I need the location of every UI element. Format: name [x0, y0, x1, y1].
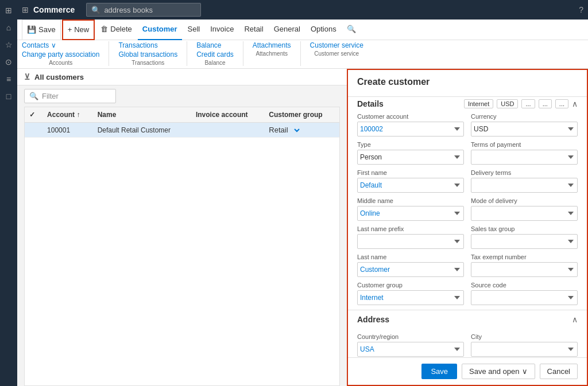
- customer-account-label: Customer account: [357, 113, 464, 120]
- save-button[interactable]: Save: [421, 364, 457, 379]
- customer-tab-button[interactable]: Customer: [138, 20, 182, 40]
- cell-check: [25, 123, 42, 138]
- form-row-4: Middle name Online Mode of delivery: [357, 197, 578, 221]
- apps-icon[interactable]: ⊞: [22, 5, 29, 14]
- middle-name-select[interactable]: Online: [357, 206, 464, 221]
- help-icon[interactable]: ?: [579, 5, 583, 14]
- country-region-label: Country/region: [357, 333, 464, 340]
- last-name-label: Last name: [357, 254, 464, 260]
- customer-service-label: Customer service: [310, 50, 363, 57]
- customer-group-select[interactable]: Internet: [357, 290, 464, 305]
- list-toolbar: ⊻ All customers: [17, 69, 347, 85]
- first-name-select[interactable]: Default: [357, 178, 464, 193]
- search-box[interactable]: 🔍 address books: [86, 3, 201, 17]
- form-row-7: Customer group Internet Source code: [357, 282, 578, 305]
- details-top: Details Internet USD ... ... ... ∧: [348, 97, 587, 113]
- attachments-link[interactable]: Attachments: [253, 41, 291, 49]
- city-field: City: [471, 333, 578, 357]
- mode-of-delivery-label: Mode of delivery: [471, 197, 578, 204]
- filter-box[interactable]: 🔍 Filter: [24, 89, 116, 103]
- type-select[interactable]: Person: [357, 150, 464, 165]
- address-row-1: Country/region USA City: [357, 333, 578, 357]
- col-name[interactable]: Name: [93, 107, 191, 123]
- terms-of-payment-field: Terms of payment: [471, 141, 578, 165]
- credit-cards-link[interactable]: Credit cards: [196, 50, 234, 59]
- last-name-prefix-select[interactable]: [357, 234, 464, 249]
- col-invoice-account[interactable]: Invoice account: [191, 107, 264, 123]
- contacts-link[interactable]: Contacts ∨: [22, 41, 99, 49]
- city-label: City: [471, 333, 578, 340]
- address-section-header: Address ∧: [348, 310, 587, 329]
- nav-icon-5[interactable]: □: [1, 88, 17, 104]
- general-tab-button[interactable]: General: [269, 20, 305, 40]
- clock-icon[interactable]: ⊙: [1, 54, 17, 70]
- cell-account: 100001: [42, 123, 93, 138]
- source-code-field: Source code: [471, 282, 578, 305]
- source-code-select[interactable]: [471, 290, 578, 305]
- customers-table: ✓ Account ↑ Name Invoice account Custome…: [24, 107, 340, 386]
- details-link-4[interactable]: ...: [539, 99, 552, 108]
- save-and-open-button[interactable]: Save and open ∨: [462, 364, 535, 379]
- save-tab-button[interactable]: 💾 Save: [22, 20, 61, 40]
- new-tab-button[interactable]: + New: [62, 20, 95, 40]
- accounts-group: Contacts ∨ Change party association Acco…: [22, 41, 109, 66]
- home-icon[interactable]: ⌂: [1, 20, 17, 36]
- form-row-6: Last name Customer Tax exempt number: [357, 254, 578, 277]
- customer-account-select[interactable]: 100002: [357, 122, 464, 137]
- filter-icon[interactable]: ⊻: [24, 72, 30, 81]
- search-ribbon-icon[interactable]: 🔍: [342, 20, 361, 40]
- sales-tax-group-select[interactable]: [471, 234, 578, 249]
- tax-exempt-number-field: Tax exempt number: [471, 254, 578, 277]
- usd-link[interactable]: USD: [497, 99, 518, 108]
- grid-icon[interactable]: ⊞: [1, 2, 17, 18]
- country-region-select[interactable]: USA: [357, 342, 464, 357]
- customer-service-link[interactable]: Customer service: [310, 41, 363, 49]
- col-customer-group[interactable]: Customer group: [264, 107, 339, 123]
- mode-of-delivery-select[interactable]: [471, 206, 578, 221]
- invoice-tab-button[interactable]: Invoice: [206, 20, 238, 40]
- form-row-1: Customer account 100002 Currency USD: [357, 113, 578, 137]
- collapse-details-button[interactable]: ∧: [572, 99, 578, 108]
- details-link-3[interactable]: ...: [521, 99, 535, 108]
- currency-select[interactable]: USD: [471, 122, 578, 137]
- address-section-title: Address: [357, 315, 389, 324]
- cancel-button[interactable]: Cancel: [540, 364, 578, 379]
- currency-label: Currency: [471, 113, 578, 120]
- save-open-chevron-icon: ∨: [522, 367, 528, 376]
- terms-of-payment-label: Terms of payment: [471, 141, 578, 148]
- last-name-select[interactable]: Customer: [357, 262, 464, 277]
- col-account[interactable]: Account ↑: [42, 107, 93, 123]
- middle-name-field: Middle name Online: [357, 197, 464, 221]
- star-icon[interactable]: ☆: [1, 37, 17, 53]
- delivery-terms-select[interactable]: [471, 178, 578, 193]
- details-link-5[interactable]: ...: [555, 99, 568, 108]
- form-row-5: Last name prefix Sales tax group: [357, 225, 578, 249]
- transactions-link[interactable]: Transactions: [118, 41, 177, 49]
- global-transactions-link[interactable]: Global transactions: [118, 50, 177, 59]
- balance-group: Balance Credit cards Balance: [196, 41, 243, 66]
- delete-tab-button[interactable]: 🗑 Delete: [96, 20, 137, 40]
- tax-exempt-number-select[interactable]: [471, 262, 578, 277]
- collapse-address-button[interactable]: ∧: [572, 315, 578, 324]
- city-select[interactable]: [471, 342, 578, 357]
- customer-account-field: Customer account 100002: [357, 113, 464, 137]
- terms-of-payment-select[interactable]: [471, 150, 578, 165]
- table-row[interactable]: 100001 Default Retail Customer Retail: [25, 123, 339, 138]
- customer-service-group: Customer service Customer service: [310, 41, 373, 66]
- change-party-link[interactable]: Change party association: [22, 50, 99, 59]
- type-field: Type Person: [357, 141, 464, 165]
- ribbon-tabs: 💾 Save + New 🗑 Delete Customer Sell Invo…: [17, 20, 588, 40]
- sell-tab-button[interactable]: Sell: [183, 20, 205, 40]
- customer-group-inline-select[interactable]: [290, 126, 301, 134]
- search-icon: 🔍: [91, 6, 100, 14]
- app-title: Commerce: [33, 5, 75, 14]
- filter-placeholder: Filter: [42, 92, 59, 100]
- internet-link[interactable]: Internet: [464, 99, 493, 108]
- footer-buttons: Save Save and open ∨ Cancel: [348, 357, 587, 385]
- retail-tab-button[interactable]: Retail: [239, 20, 268, 40]
- menu-icon[interactable]: ≡: [1, 71, 17, 87]
- options-tab-button[interactable]: Options: [306, 20, 341, 40]
- currency-field: Currency USD: [471, 113, 578, 137]
- balance-link[interactable]: Balance: [196, 41, 234, 49]
- col-check: ✓: [25, 107, 42, 123]
